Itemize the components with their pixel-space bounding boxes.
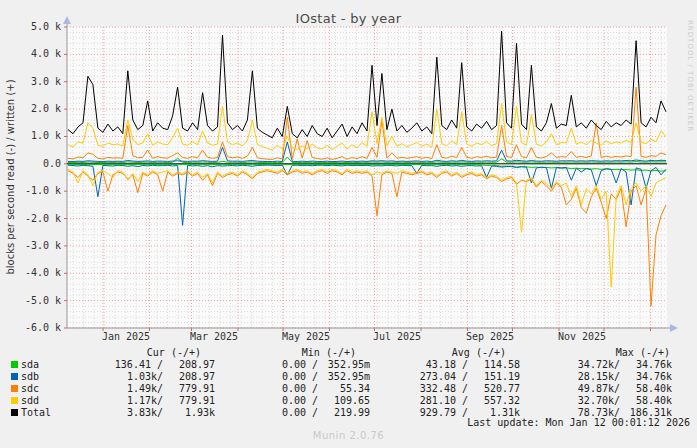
legend-min-read-value: 0.00 / <box>232 371 318 383</box>
legend-cur-read-value: 136.41 / <box>77 359 163 371</box>
rrdtool-watermark: RRDTOOL / TOBI OETIKER <box>686 20 694 132</box>
legend-row-sdd: sdd1.17k/779.910.00 /109.65281.10 /557.3… <box>0 395 697 407</box>
x-tick-label: Mar 2025 <box>179 331 249 342</box>
legend-max-write-value: 58.40k <box>620 383 672 395</box>
legend-device-label: sdc <box>21 383 39 395</box>
legend-max-read-value: 49.87k/ <box>534 383 620 395</box>
legend-min-write-value: 352.95m <box>318 359 370 371</box>
legend-cur-write-value: 779.91 <box>163 395 215 407</box>
y-tick-label: 4.0 k <box>15 48 61 59</box>
munin-version-footer: Munin 2.0.76 <box>0 430 697 441</box>
legend-cur-write-value: 1.93k <box>163 407 215 419</box>
legend-row-sda: sda136.41 /208.970.00 /352.95m43.18 /114… <box>0 359 697 371</box>
legend-min-read-value: 0.00 / <box>232 395 318 407</box>
y-tick-label: 5.0 k <box>15 21 61 32</box>
legend-cur-write-value: 779.91 <box>163 383 215 395</box>
legend-cur-read-value: 1.49k/ <box>77 383 163 395</box>
y-tick-label: -1.0 k <box>15 185 61 196</box>
legend-max-write-value: 34.76k <box>620 371 672 383</box>
legend-avg-write-value: 557.32 <box>468 395 520 407</box>
y-tick-label: -5.0 k <box>15 295 61 306</box>
munin-graph-page: { "page": { "title": "IOstat - by year",… <box>0 0 697 448</box>
legend-cur-write-value: 208.97 <box>163 371 215 383</box>
legend-row-sdc: sdc1.49k/779.910.00 /55.34332.48 /520.77… <box>0 383 697 395</box>
legend-cur-write-value: 208.97 <box>163 359 215 371</box>
legend-header: Avg (-/+) <box>416 347 506 359</box>
y-axis-label: blocks per second read (-) / written (+) <box>5 79 16 274</box>
y-tick-label: -6.0 k <box>15 322 61 333</box>
legend-header: Max (-/+) <box>580 347 670 359</box>
legend-avg-read-value: 281.10 / <box>382 395 468 407</box>
legend-min-write-value: 219.99 <box>318 407 370 419</box>
legend-min-write-value: 55.34 <box>318 383 370 395</box>
x-tick-label: Nov 2025 <box>547 331 617 342</box>
legend-avg-read-value: 43.18 / <box>382 359 468 371</box>
legend-avg-read-value: 332.48 / <box>382 383 468 395</box>
x-tick-label: Jul 2025 <box>362 331 432 342</box>
legend-color-swatch <box>11 361 18 368</box>
legend-header-row: Cur (-/+)Min (-/+)Avg (-/+)Max (-/+) <box>0 347 697 359</box>
legend-max-write-value: 34.76k <box>620 359 672 371</box>
iostat-graph-canvas <box>67 27 667 328</box>
legend-min-read-value: 0.00 / <box>232 359 318 371</box>
y-tick-label: -4.0 k <box>15 267 61 278</box>
legend-min-read-value: 0.00 / <box>232 407 318 419</box>
legend-avg-write-value: 520.77 <box>468 383 520 395</box>
legend-max-read-value: 34.72k/ <box>534 359 620 371</box>
x-tick-label: Jan 2025 <box>91 331 161 342</box>
y-tick-label: -3.0 k <box>15 240 61 251</box>
legend-avg-read-value: 929.79 / <box>382 407 468 419</box>
legend-max-read-value: 32.70k/ <box>534 395 620 407</box>
legend-device-label: sdd <box>21 395 39 407</box>
legend-row-sdb: sdb1.03k/208.970.00 /352.95m273.04 /151.… <box>0 371 697 383</box>
legend-color-swatch <box>11 373 18 380</box>
y-tick-label: 1.0 k <box>15 130 61 141</box>
legend-device-label: sda <box>21 359 39 371</box>
y-tick-label: 0.0 <box>15 158 61 169</box>
y-tick-label: -2.0 k <box>15 213 61 224</box>
legend-avg-write-value: 114.58 <box>468 359 520 371</box>
last-update-text: Last update: Mon Jan 12 00:01:12 2026 <box>467 417 690 428</box>
legend-min-write-value: 109.65 <box>318 395 370 407</box>
legend-max-write-value: 58.40k <box>620 395 672 407</box>
legend-color-swatch <box>11 397 18 404</box>
graph-title: IOstat - by year <box>0 11 697 26</box>
legend-min-read-value: 0.00 / <box>232 383 318 395</box>
legend-header: Min (-/+) <box>266 347 356 359</box>
legend-header: Cur (-/+) <box>111 347 201 359</box>
legend-device-label: sdb <box>21 371 39 383</box>
legend-avg-write-value: 151.19 <box>468 371 520 383</box>
y-tick-label: 3.0 k <box>15 76 61 87</box>
x-tick-label: Sep 2025 <box>455 331 525 342</box>
legend-cur-read-value: 1.03k/ <box>77 371 163 383</box>
legend-device-label: Total <box>21 407 51 419</box>
legend-color-swatch <box>11 385 18 392</box>
legend-min-write-value: 352.95m <box>318 371 370 383</box>
legend-cur-read-value: 1.17k/ <box>77 395 163 407</box>
legend-cur-read-value: 3.83k/ <box>77 407 163 419</box>
legend-avg-read-value: 273.04 / <box>382 371 468 383</box>
x-tick-label: May 2025 <box>271 331 341 342</box>
legend-max-read-value: 28.15k/ <box>534 371 620 383</box>
legend-color-swatch <box>11 409 18 416</box>
y-tick-label: 2.0 k <box>15 103 61 114</box>
